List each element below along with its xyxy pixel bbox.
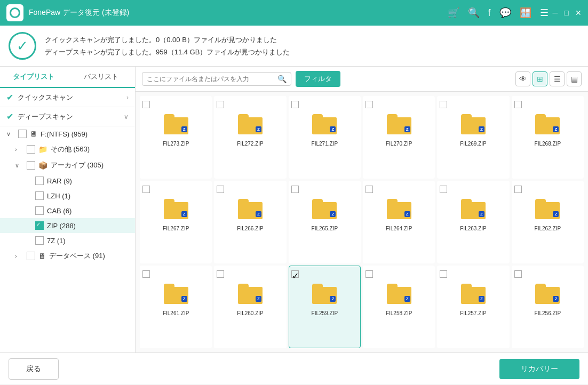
- minimize-button[interactable]: ─: [553, 9, 558, 17]
- preview-view-button[interactable]: 👁: [515, 71, 530, 86]
- deep-scan-section[interactable]: ✔ ディープスキャン ∨: [0, 107, 135, 126]
- view-icons: 👁 ⊞ ☰ ▤: [515, 71, 582, 86]
- 7z-label: 7Z (1): [47, 237, 131, 245]
- back-button[interactable]: 戻る: [9, 358, 59, 380]
- file-icon: Z: [385, 195, 413, 223]
- file-checkbox[interactable]: [514, 270, 522, 278]
- file-icon: Z: [311, 110, 338, 138]
- scan-text: クイックスキャンが完了しました。0（0.00 B）ファイルが見つかりました ディ…: [45, 34, 290, 59]
- cab-checkbox[interactable]: [35, 206, 44, 215]
- list-item[interactable]: Z FIL268.ZIP: [512, 96, 584, 179]
- tree-drive[interactable]: ∨ 🖥 F:(NTFS) (959): [0, 126, 135, 141]
- file-checkbox[interactable]: [217, 101, 224, 108]
- facebook-icon[interactable]: f: [488, 7, 491, 19]
- file-checkbox[interactable]: [142, 270, 150, 278]
- file-checkbox[interactable]: [217, 270, 224, 278]
- file-name: FIL262.ZIP: [535, 225, 561, 232]
- file-icon: Z: [236, 280, 264, 308]
- file-checkbox[interactable]: [514, 186, 522, 193]
- list-item[interactable]: Z FIL258.ZIP: [363, 266, 435, 348]
- rar-checkbox[interactable]: [35, 177, 44, 185]
- tab-path-list[interactable]: パスリスト: [68, 67, 136, 87]
- archive-checkbox[interactable]: [27, 161, 35, 170]
- list-item[interactable]: Z FIL267.ZIP: [140, 181, 212, 263]
- grid-view-button[interactable]: ⊞: [533, 71, 547, 86]
- list-item[interactable]: ✓ Z FIL259.ZIP: [289, 266, 361, 348]
- file-checkbox[interactable]: [291, 101, 299, 108]
- maximize-button[interactable]: □: [565, 9, 569, 17]
- list-item[interactable]: Z FIL273.ZIP: [140, 96, 212, 179]
- file-name: FIL257.ZIP: [460, 310, 486, 317]
- search-icon: 🔍: [277, 75, 287, 83]
- other-checkbox[interactable]: [27, 145, 35, 154]
- drive-checkbox[interactable]: [18, 130, 27, 138]
- list-item[interactable]: Z FIL269.ZIP: [437, 96, 509, 179]
- file-name: FIL266.ZIP: [237, 225, 263, 232]
- tab-type-list[interactable]: タイプリスト: [0, 67, 68, 88]
- detail-view-button[interactable]: ▤: [567, 71, 582, 86]
- file-name: FIL260.ZIP: [237, 310, 263, 317]
- file-checkbox[interactable]: [440, 186, 447, 193]
- menu-icon[interactable]: ☰: [540, 7, 549, 19]
- list-item[interactable]: Z FIL271.ZIP: [289, 96, 361, 179]
- file-checkbox[interactable]: [365, 186, 373, 193]
- tree-7z[interactable]: 7Z (1): [0, 233, 135, 248]
- list-item[interactable]: Z FIL266.ZIP: [214, 181, 286, 263]
- file-checkbox[interactable]: [291, 186, 299, 193]
- search-icon[interactable]: 🔍: [468, 7, 480, 19]
- list-view-button[interactable]: ☰: [550, 71, 565, 86]
- tree-archive[interactable]: ∨ 📦 アーカイブ (305): [0, 157, 135, 173]
- register-icon[interactable]: 🪟: [520, 7, 531, 19]
- bottom-bar: 戻る リカバリー: [0, 352, 588, 384]
- tree-cab[interactable]: CAB (6): [0, 203, 135, 218]
- list-item[interactable]: Z FIL256.ZIP: [512, 266, 584, 348]
- lzh-label: LZH (1): [47, 192, 131, 200]
- zip-checkbox[interactable]: [35, 221, 44, 230]
- tab-bar: タイプリスト パスリスト: [0, 67, 135, 88]
- list-item[interactable]: Z FIL257.ZIP: [437, 266, 509, 348]
- list-item[interactable]: Z FIL262.ZIP: [512, 181, 584, 263]
- list-item[interactable]: Z FIL270.ZIP: [363, 96, 435, 179]
- 7z-checkbox[interactable]: [35, 236, 44, 245]
- list-item[interactable]: Z FIL272.ZIP: [214, 96, 286, 179]
- other-icon: 📁: [38, 145, 47, 154]
- file-icon: Z: [236, 110, 264, 138]
- tree-database[interactable]: › 🖥 データベース (91): [0, 248, 135, 264]
- lzh-checkbox[interactable]: [35, 191, 44, 200]
- window-controls: ─ □ ✕: [553, 9, 582, 17]
- file-checkbox[interactable]: [142, 101, 150, 108]
- list-item[interactable]: Z FIL261.ZIP: [140, 266, 212, 348]
- filter-button[interactable]: フィルタ: [296, 71, 340, 87]
- search-input[interactable]: [147, 75, 277, 83]
- help-icon[interactable]: 💬: [499, 7, 511, 19]
- list-item[interactable]: Z FIL265.ZIP: [289, 181, 361, 263]
- file-checkbox[interactable]: [514, 101, 522, 108]
- recover-button[interactable]: リカバリー: [499, 359, 579, 379]
- close-button[interactable]: ✕: [575, 9, 582, 17]
- tree-zip[interactable]: ZIP (288): [0, 218, 135, 233]
- tree-rar[interactable]: RAR (9): [0, 173, 135, 188]
- list-item[interactable]: Z FIL263.ZIP: [437, 181, 509, 263]
- file-icon: Z: [534, 280, 561, 308]
- tree-other[interactable]: › 📁 その他 (563): [0, 141, 135, 157]
- file-checkbox[interactable]: [440, 101, 447, 108]
- file-icon: Z: [162, 110, 190, 138]
- cart-icon[interactable]: 🛒: [448, 7, 459, 19]
- file-name: FIL270.ZIP: [386, 140, 412, 147]
- search-box[interactable]: 🔍: [142, 72, 291, 86]
- file-checkbox[interactable]: [365, 270, 373, 278]
- file-checkbox[interactable]: ✓: [291, 270, 299, 278]
- tree-lzh[interactable]: LZH (1): [0, 188, 135, 203]
- file-checkbox[interactable]: [217, 186, 224, 193]
- database-checkbox[interactable]: [27, 252, 35, 260]
- drive-icon: 🖥: [30, 130, 37, 138]
- deep-scan-label: ディープスキャン: [18, 112, 73, 122]
- file-checkbox[interactable]: [440, 270, 447, 278]
- list-item[interactable]: Z FIL264.ZIP: [363, 181, 435, 263]
- file-checkbox[interactable]: [365, 101, 373, 108]
- quick-scan-label: クイックスキャン: [18, 93, 73, 102]
- list-item[interactable]: Z FIL260.ZIP: [214, 266, 286, 348]
- file-checkbox[interactable]: [142, 186, 150, 193]
- quick-scan-section[interactable]: ✔ クイックスキャン ›: [0, 88, 135, 107]
- file-name: FIL269.ZIP: [460, 140, 486, 147]
